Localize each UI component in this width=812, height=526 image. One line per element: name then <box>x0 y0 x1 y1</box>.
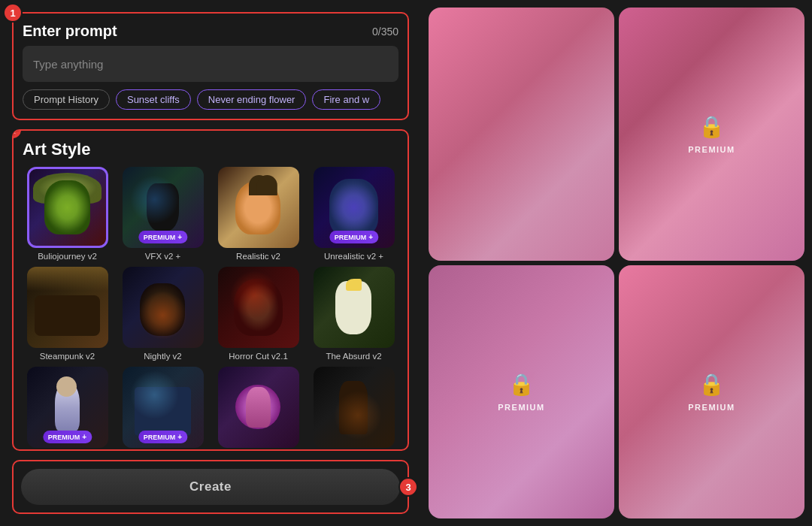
art-style-figure[interactable]: PREMIUM + Figure v2 + <box>23 367 112 451</box>
premium-text-top-right: PREMIUM <box>688 145 735 154</box>
art-label-vfx: VFX v2 + <box>145 252 181 261</box>
prompt-input[interactable] <box>23 46 398 82</box>
art-style-nightly[interactable]: Nightly v2 <box>118 267 208 361</box>
art-style-horrorcut[interactable]: Horror Cut v2.1 <box>214 267 303 361</box>
art-thumb-horror2 <box>314 367 395 448</box>
history-row: Prompt History Sunset cliffs Never endin… <box>23 89 398 110</box>
preview-card-top-right: 🔒 PREMIUM <box>619 8 804 261</box>
art-thumb-illustrated: PREMIUM + <box>123 367 204 448</box>
art-thumb-horrorcut <box>218 267 299 348</box>
art-style-unrealistic[interactable]: PREMIUM + Unrealistic v2 + <box>309 167 398 261</box>
art-style-steampunk[interactable]: Steampunk v2 <box>23 267 112 361</box>
left-panel: 1 Enter prompt 0/350 Prompt History Suns… <box>0 0 421 526</box>
art-thumb-buliojourney <box>27 167 108 248</box>
art-style-realistic[interactable]: Realistic v2 <box>214 167 303 261</box>
history-chip-2[interactable]: Never ending flower <box>197 89 307 110</box>
art-thumb-realistic <box>218 167 299 248</box>
step-number-3: 3 <box>398 477 418 497</box>
prompt-counter: 0/350 <box>372 26 398 38</box>
art-style-grid: Buliojourney v2 PREMIUM + VFX v2 + <box>23 167 398 451</box>
art-thumb-vfx: PREMIUM + <box>123 167 204 248</box>
right-panel: 🔒 PREMIUM 🔒 PREMIUM 🔒 PREMIUM <box>421 0 812 526</box>
premium-badge-illustrated: PREMIUM + <box>138 431 187 443</box>
lock-icon-bottom-right: 🔒 <box>698 372 725 397</box>
art-style-title: Art Style <box>23 140 398 159</box>
art-thumb-unrealistic: PREMIUM + <box>314 167 395 248</box>
art-thumb-absurd <box>314 267 395 348</box>
art-style-buliojourney[interactable]: Buliojourney v2 <box>23 167 112 261</box>
preview-card-bottom-left: 🔒 PREMIUM <box>429 265 614 518</box>
step-number-1: 1 <box>3 3 23 23</box>
art-label-steampunk: Steampunk v2 <box>40 352 95 361</box>
art-style-vfx[interactable]: PREMIUM + VFX v2 + <box>118 167 208 261</box>
premium-overlay-top-right: 🔒 PREMIUM <box>688 114 735 154</box>
art-thumb-figure: PREMIUM + <box>27 367 108 448</box>
lock-icon-bottom-left: 🔒 <box>508 372 535 397</box>
art-style-illustrated[interactable]: PREMIUM + Illustrated v2 + <box>118 367 208 451</box>
premium-text-bottom-left: PREMIUM <box>498 403 544 412</box>
history-chip-1[interactable]: Sunset cliffs <box>116 89 191 110</box>
premium-badge-vfx: PREMIUM + <box>138 231 187 243</box>
art-style-flora[interactable]: Flora v2 <box>214 367 303 451</box>
art-style-horror2[interactable]: Horror v2 <box>309 367 398 451</box>
art-thumb-flora <box>218 367 299 448</box>
art-label-nightly: Nightly v2 <box>144 352 182 361</box>
create-button[interactable]: Create <box>21 469 400 505</box>
prompt-section: 1 Enter prompt 0/350 Prompt History Suns… <box>12 12 409 120</box>
lock-icon-top-right: 🔒 <box>698 114 725 139</box>
prompt-history-button[interactable]: Prompt History <box>23 89 110 110</box>
step-number-2: 2 <box>12 129 23 140</box>
art-label-buliojourney: Buliojourney v2 <box>38 252 97 261</box>
premium-overlay-bottom-left: 🔒 PREMIUM <box>498 372 544 412</box>
art-thumb-nightly <box>123 267 204 348</box>
premium-text-bottom-right: PREMIUM <box>688 403 735 412</box>
premium-badge-figure: PREMIUM + <box>43 431 92 443</box>
art-label-horrorcut: Horror Cut v2.1 <box>229 352 288 361</box>
create-section: 3 Create <box>12 460 409 514</box>
preview-card-bottom-right: 🔒 PREMIUM <box>619 265 804 518</box>
preview-card-top-left <box>429 8 614 261</box>
art-label-absurd: The Absurd v2 <box>326 352 381 361</box>
art-label-realistic: Realistic v2 <box>236 252 280 261</box>
art-style-absurd[interactable]: The Absurd v2 <box>309 267 398 361</box>
premium-overlay-bottom-right: 🔒 PREMIUM <box>688 372 735 412</box>
art-thumb-steampunk <box>27 267 108 348</box>
premium-badge-unrealistic: PREMIUM + <box>329 231 378 243</box>
art-style-section: 2 Art Style Buliojourney v2 PREMIUM <box>12 129 409 451</box>
prompt-title: Enter prompt <box>23 23 117 40</box>
prompt-header: Enter prompt 0/350 <box>23 23 398 40</box>
history-chip-3[interactable]: Fire and w <box>312 89 380 110</box>
art-label-unrealistic: Unrealistic v2 + <box>324 252 383 261</box>
